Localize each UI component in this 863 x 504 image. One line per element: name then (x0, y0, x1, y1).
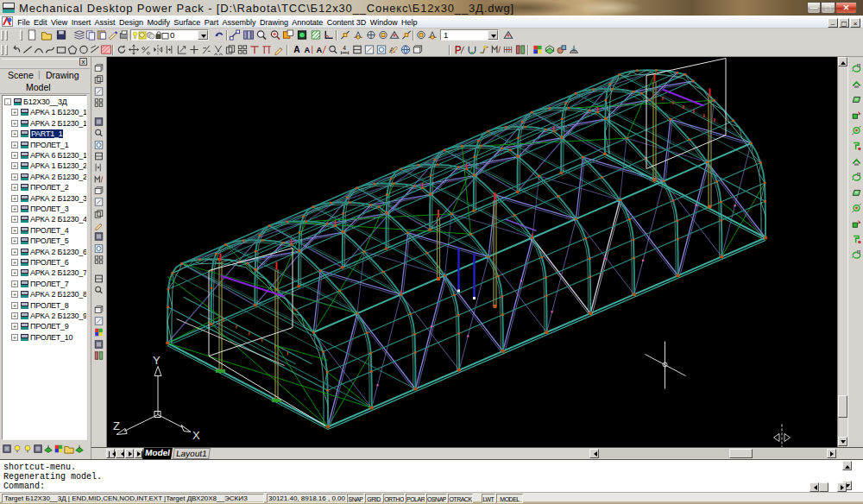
svg-text:A: A (316, 46, 322, 54)
svg-text:X: X (192, 429, 200, 442)
svg-text:A: A (293, 45, 300, 54)
svg-text:Z: Z (113, 419, 120, 432)
svg-text:A: A (304, 46, 310, 54)
svg-text:Y: Y (153, 354, 161, 367)
svg-text:4: 4 (343, 45, 346, 51)
